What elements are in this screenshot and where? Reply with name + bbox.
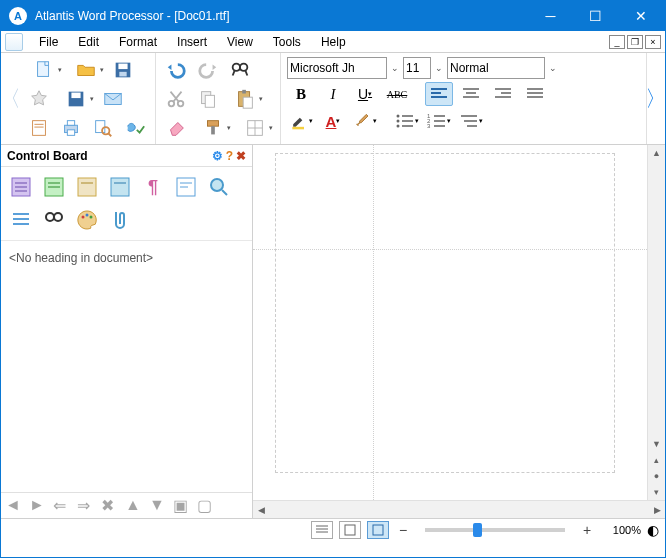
format-painter-button[interactable]: ▾ — [194, 115, 232, 141]
mdi-close-button[interactable]: × — [645, 35, 661, 49]
scroll-down-icon[interactable]: ▼ — [648, 436, 665, 452]
menu-format[interactable]: Format — [109, 33, 167, 51]
horizontal-scrollbar[interactable]: ◀ ▶ — [253, 500, 665, 518]
close-panel-icon[interactable]: ✖ — [236, 149, 246, 163]
cb-paragraph-mark-button[interactable]: ¶ — [139, 173, 167, 201]
underline-button[interactable]: U ▾ — [351, 82, 379, 106]
align-left-button[interactable] — [425, 82, 453, 106]
open-button[interactable]: ▾ — [67, 57, 105, 83]
mdi-restore-button[interactable]: ❐ — [627, 35, 643, 49]
document-page[interactable] — [253, 145, 647, 500]
system-menu-icon[interactable] — [5, 33, 23, 51]
eraser-button[interactable] — [162, 115, 190, 141]
menu-help[interactable]: Help — [311, 33, 356, 51]
align-right-button[interactable] — [489, 82, 517, 106]
spellcheck-button[interactable] — [121, 115, 149, 141]
svg-point-86 — [90, 216, 93, 219]
bullets-button[interactable]: ▾ — [393, 109, 421, 133]
strikethrough-button[interactable]: ABC — [383, 82, 411, 106]
zoom-slider-thumb[interactable] — [473, 523, 482, 537]
menu-tools[interactable]: Tools — [263, 33, 311, 51]
multilevel-list-button[interactable]: ▾ — [457, 109, 485, 133]
copy-button[interactable] — [194, 86, 222, 112]
style-combo[interactable] — [447, 57, 545, 79]
cb-expand[interactable]: ▢ — [197, 496, 219, 516]
insert-symbol-button[interactable]: ▾ — [236, 115, 274, 141]
bold-button[interactable]: B — [287, 82, 315, 106]
settings-icon[interactable]: ⚙ — [212, 149, 223, 163]
print-button[interactable] — [57, 115, 85, 141]
font-family-combo[interactable] — [287, 57, 387, 79]
svg-point-83 — [54, 213, 62, 221]
save-as-button[interactable]: ▾ — [57, 86, 95, 112]
numbering-button[interactable]: 123▾ — [425, 109, 453, 133]
next-page-icon[interactable]: ▾ — [648, 484, 665, 500]
menu-file[interactable]: File — [29, 33, 68, 51]
save-button[interactable] — [109, 57, 137, 83]
cb-zoom-button[interactable] — [205, 173, 233, 201]
menu-insert[interactable]: Insert — [167, 33, 217, 51]
mdi-minimize-button[interactable]: _ — [609, 35, 625, 49]
browse-object-icon[interactable]: ● — [648, 468, 665, 484]
help-icon[interactable]: ? — [226, 149, 233, 163]
cb-nav-prev-section[interactable]: ◄ — [5, 496, 27, 516]
find-button[interactable] — [226, 57, 254, 83]
cut-button[interactable] — [162, 86, 190, 112]
scroll-right-icon[interactable]: ▶ — [649, 501, 665, 518]
cb-demote[interactable]: ⇒ — [77, 496, 99, 516]
zoom-in-button[interactable]: + — [579, 522, 595, 538]
cb-find-button[interactable] — [40, 206, 68, 234]
scroll-left-icon[interactable]: ◀ — [253, 501, 269, 518]
zoom-slider[interactable] — [425, 528, 565, 532]
cb-collapse[interactable]: ▣ — [173, 496, 195, 516]
brush-button[interactable]: ▾ — [351, 109, 379, 133]
new-document-button[interactable]: ▾ — [25, 57, 63, 83]
zoom-out-button[interactable]: − — [395, 522, 411, 538]
cb-format-inspector-button[interactable] — [172, 173, 200, 201]
scroll-up-icon[interactable]: ▲ — [648, 145, 665, 161]
cb-move-up[interactable]: ▲ — [125, 496, 147, 516]
cb-clip-button[interactable] — [106, 206, 134, 234]
redo-button[interactable] — [194, 57, 222, 83]
view-draft-button[interactable] — [311, 521, 333, 539]
font-color-button[interactable]: A ▾ — [319, 109, 347, 133]
vertical-scrollbar[interactable]: ▲ ▼ ▴ ● ▾ — [647, 145, 665, 500]
control-board-title: Control Board — [7, 149, 88, 163]
view-normal-button[interactable] — [339, 521, 361, 539]
maximize-button[interactable]: ☐ — [573, 1, 618, 31]
cb-delete[interactable]: ✖ — [101, 496, 123, 516]
cb-styles-button[interactable] — [73, 173, 101, 201]
undo-button[interactable] — [162, 57, 190, 83]
toolbar-scroll-right[interactable]: 〉 — [647, 53, 665, 144]
print-preview-button[interactable] — [89, 115, 117, 141]
menu-view[interactable]: View — [217, 33, 263, 51]
view-print-layout-button[interactable] — [367, 521, 389, 539]
highlight-button[interactable]: ▾ — [287, 109, 315, 133]
favorite-button[interactable] — [25, 86, 53, 112]
svg-rect-47 — [292, 127, 304, 129]
italic-button[interactable]: I — [319, 82, 347, 106]
cb-nav-next-section[interactable]: ► — [29, 496, 51, 516]
close-button[interactable]: ✕ — [618, 1, 663, 31]
align-justify-button[interactable] — [521, 82, 549, 106]
email-button[interactable] — [99, 86, 127, 112]
paste-button[interactable]: ▾ — [226, 86, 264, 112]
cb-sections-button[interactable] — [40, 173, 68, 201]
align-center-button[interactable] — [457, 82, 485, 106]
cb-lines-button[interactable] — [7, 206, 35, 234]
cb-palette-button[interactable] — [73, 206, 101, 234]
contrast-icon[interactable]: ◐ — [647, 522, 659, 538]
prev-page-icon[interactable]: ▴ — [648, 452, 665, 468]
menu-edit[interactable]: Edit — [68, 33, 109, 51]
cb-move-down[interactable]: ▼ — [149, 496, 171, 516]
font-size-combo[interactable] — [403, 57, 431, 79]
zoom-percent-label[interactable]: 100% — [601, 524, 641, 536]
svg-point-52 — [397, 125, 400, 128]
toolbar-scroll-left[interactable]: 〈 — [1, 53, 19, 144]
cb-promote[interactable]: ⇐ — [53, 496, 75, 516]
minimize-button[interactable]: ─ — [528, 1, 573, 31]
toolbar-area: 〈 ▾ ▾ ▾ ▾ — [1, 53, 665, 145]
cb-bookmarks-button[interactable] — [106, 173, 134, 201]
page-setup-button[interactable] — [25, 115, 53, 141]
cb-headings-button[interactable] — [7, 173, 35, 201]
